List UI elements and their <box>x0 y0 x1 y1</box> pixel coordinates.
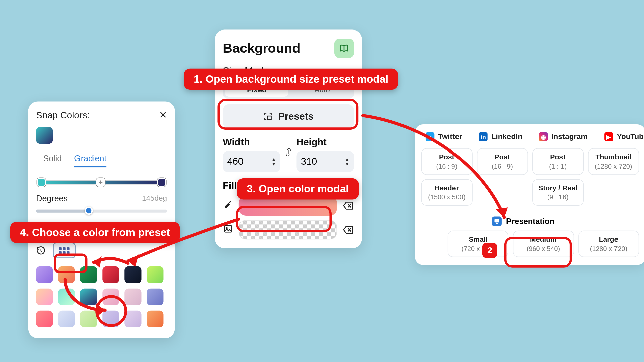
color-preset-swatch[interactable] <box>102 311 119 327</box>
background-panel: Background Size Mode Fixed Auto Presets … <box>215 30 362 248</box>
svg-point-2 <box>226 227 228 229</box>
close-icon[interactable]: ✕ <box>159 109 167 121</box>
color-preset-swatch[interactable] <box>80 311 97 327</box>
color-preset-swatch[interactable] <box>124 266 141 283</box>
color-preset-swatch[interactable] <box>80 266 97 283</box>
platform-linkedin: inLinkedIn <box>479 132 522 141</box>
size-preset-option[interactable]: Post(16 : 9) <box>421 148 472 175</box>
size-preset-option[interactable]: Small(720 x 405) <box>448 231 508 257</box>
gradient-add-stop[interactable]: + <box>96 178 105 187</box>
color-preset-swatch[interactable] <box>58 266 75 283</box>
current-color-preview[interactable] <box>36 127 53 144</box>
gradient-stop-end[interactable] <box>157 178 166 187</box>
color-preset-swatch[interactable] <box>124 289 141 305</box>
gradient-stop-start[interactable] <box>37 178 46 187</box>
size-presets-panel: ✦Twitter inLinkedIn ◉Instagram ▶YouTube … <box>415 124 644 265</box>
height-label: Height <box>296 137 354 148</box>
clear-image-icon[interactable] <box>342 225 354 235</box>
color-preset-swatch[interactable] <box>102 266 119 283</box>
tab-solid[interactable]: Solid <box>43 154 62 167</box>
size-preset-option <box>477 179 528 206</box>
size-preset-option[interactable]: Thumbnail(1280 x 720) <box>588 148 639 175</box>
color-preset-swatch[interactable] <box>58 311 75 327</box>
presentation-label: Presentation <box>506 217 554 226</box>
snap-colors-panel: Snap Colors: ✕ Solid Gradient + Degrees … <box>28 101 175 338</box>
presentation-icon <box>492 217 502 226</box>
callout-1: 1. Open background size preset modal <box>184 69 398 90</box>
color-preset-swatch[interactable] <box>147 289 163 305</box>
presets-button[interactable]: Presets <box>223 104 354 129</box>
background-title: Background <box>223 41 300 56</box>
color-preset-swatch[interactable] <box>36 266 53 283</box>
callout-2-badge: 2 <box>482 243 497 258</box>
width-input[interactable]: 460 ▲▼ <box>223 151 280 172</box>
size-preset-option[interactable]: Large(1280 x 720) <box>578 231 639 257</box>
gradient-editor[interactable]: + <box>36 178 167 187</box>
height-input[interactable]: 310 ▲▼ <box>296 151 354 172</box>
svg-rect-3 <box>494 219 499 222</box>
callout-3: 3. Open color modal <box>237 178 359 199</box>
width-value: 460 <box>227 156 244 167</box>
platform-twitter: ✦Twitter <box>426 132 462 141</box>
color-preset-swatch[interactable] <box>102 289 119 305</box>
size-preset-option[interactable]: Header(1500 x 500) <box>421 179 472 206</box>
image-icon[interactable] <box>223 224 233 236</box>
size-preset-option <box>588 179 639 206</box>
book-icon[interactable] <box>334 39 354 58</box>
link-icon[interactable] <box>284 147 292 162</box>
color-preset-swatch[interactable] <box>36 311 53 327</box>
size-preset-option[interactable]: Medium(960 x 540) <box>513 231 574 257</box>
history-icon[interactable] <box>36 246 46 255</box>
color-preset-swatch[interactable] <box>80 289 97 305</box>
degrees-label: Degrees <box>36 194 68 203</box>
presets-button-label: Presets <box>278 111 314 122</box>
fill-image-swatch[interactable] <box>239 220 337 239</box>
degrees-value: 145deg <box>142 194 167 203</box>
eyedropper-icon[interactable] <box>223 200 233 212</box>
snap-colors-title: Snap Colors: <box>36 110 90 120</box>
width-stepper[interactable]: ▲▼ <box>272 157 276 166</box>
callout-4: 4. Choose a color from preset <box>10 222 180 243</box>
platform-instagram: ◉Instagram <box>539 132 587 141</box>
size-preset-option[interactable]: Post(1 : 1) <box>532 148 583 175</box>
color-preset-swatch[interactable] <box>147 266 163 283</box>
color-preset-swatch[interactable] <box>58 289 75 305</box>
height-stepper[interactable]: ▲▼ <box>345 157 350 166</box>
degrees-slider[interactable] <box>36 208 167 214</box>
size-preset-option[interactable]: Story / Reel(9 : 16) <box>532 179 583 206</box>
tab-gradient[interactable]: Gradient <box>74 154 106 167</box>
color-preset-grid <box>36 266 167 327</box>
size-preset-option[interactable]: Post(16 : 9) <box>477 148 528 175</box>
color-preset-swatch[interactable] <box>36 289 53 305</box>
platform-youtube: ▶YouTube <box>604 132 644 141</box>
color-preset-swatch[interactable] <box>124 311 141 327</box>
color-preset-swatch[interactable] <box>147 311 163 327</box>
height-value: 310 <box>301 156 317 167</box>
presets-grid-button[interactable] <box>53 242 76 258</box>
clear-fill-icon[interactable] <box>342 201 354 210</box>
width-label: Width <box>223 137 280 148</box>
svg-rect-0 <box>268 116 271 120</box>
